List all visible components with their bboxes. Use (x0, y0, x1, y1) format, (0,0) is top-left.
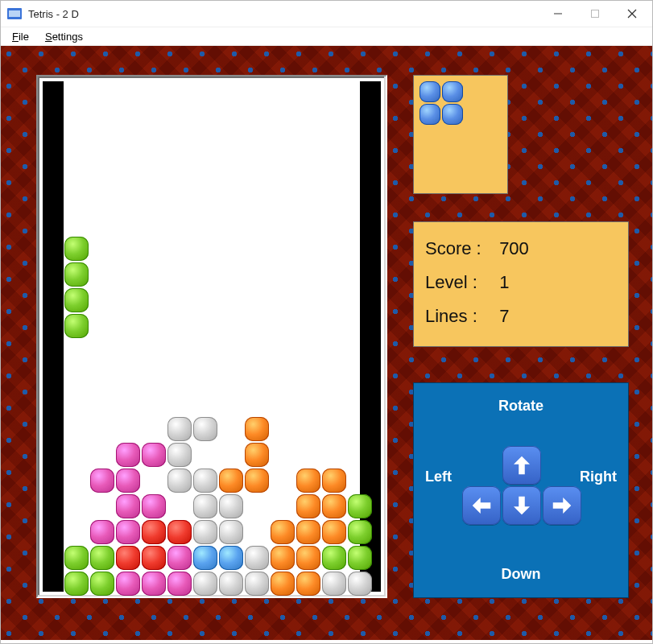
stack-block (89, 545, 115, 571)
stack-block (192, 545, 218, 571)
minimize-button[interactable] (539, 2, 577, 26)
stack-block (218, 519, 244, 545)
stat-level: Level : 1 (425, 266, 617, 299)
stack-block (167, 442, 192, 468)
stack-block (192, 493, 218, 519)
playfield-frame (36, 75, 387, 598)
falling-block (64, 287, 89, 313)
left-label: Left (425, 469, 452, 485)
falling-block (64, 313, 89, 339)
app-icon (7, 8, 22, 19)
stack-block (115, 468, 141, 493)
rotate-button[interactable] (502, 446, 541, 485)
stack-block (244, 416, 270, 442)
stack-block (218, 493, 244, 519)
lines-value: 7 (499, 306, 509, 326)
stack-block (89, 571, 115, 597)
menu-settings-rest: ettings (52, 31, 83, 43)
stack-block (270, 545, 296, 571)
stack-block (167, 416, 192, 442)
stack-block (192, 571, 218, 597)
menu-settings[interactable]: Settings (37, 29, 91, 44)
stack-block (244, 468, 270, 493)
stat-lines: Lines : 7 (425, 299, 617, 333)
svg-rect-1 (9, 10, 20, 17)
stack-block (115, 493, 141, 519)
next-block (419, 103, 441, 126)
stack-block (244, 571, 270, 597)
controls-panel: Rotate Left Right Down (413, 382, 629, 598)
stack-block (347, 519, 373, 545)
stack-block (115, 442, 141, 468)
stack-block (296, 519, 321, 545)
stack-block (115, 545, 141, 571)
stack-block (141, 545, 167, 571)
maximize-icon (590, 9, 600, 19)
stack-block (141, 519, 167, 545)
playfield[interactable] (43, 81, 381, 592)
arrow-right-icon (550, 493, 574, 518)
stack-block (141, 442, 167, 468)
level-value: 1 (499, 272, 509, 292)
stack-block (89, 519, 115, 545)
arrow-up-icon (510, 453, 534, 477)
right-button[interactable] (543, 486, 581, 525)
svg-rect-3 (592, 10, 599, 18)
rotate-label: Rotate (498, 398, 543, 415)
playfield-grid (64, 81, 360, 592)
stack-block (296, 571, 321, 597)
close-button[interactable] (614, 2, 651, 26)
stats-panel: Score : 700 Level : 1 Lines : 7 (413, 221, 629, 347)
playfield-wall-left (43, 81, 64, 592)
stack-block (64, 545, 89, 571)
falling-block (64, 236, 89, 262)
stack-block (192, 468, 218, 493)
stack-block (192, 519, 218, 545)
next-block (419, 80, 441, 103)
menu-file-rest: ile (19, 31, 29, 43)
stack-block (296, 545, 321, 571)
client-area: Score : 700 Level : 1 Lines : 7 Rotate L… (1, 46, 652, 643)
stack-block (270, 519, 296, 545)
stack-block (115, 571, 141, 597)
stack-block (192, 416, 218, 442)
bottom-strip (1, 640, 652, 643)
stack-block (167, 468, 192, 493)
stack-block (321, 545, 347, 571)
stack-block (167, 545, 192, 571)
maximize-button[interactable] (577, 2, 614, 26)
close-icon (627, 9, 637, 19)
right-label: Right (580, 469, 617, 485)
stack-block (244, 442, 270, 468)
level-label: Level : (425, 266, 494, 299)
stack-block (141, 571, 167, 597)
stat-score: Score : 700 (425, 232, 617, 266)
arrow-down-icon (510, 493, 534, 518)
falling-block (64, 262, 89, 287)
score-value: 700 (499, 238, 529, 258)
stack-block (321, 519, 347, 545)
menu-file[interactable]: File (4, 29, 37, 44)
stack-block (321, 468, 347, 493)
stack-block (141, 493, 167, 519)
stack-block (270, 571, 296, 597)
arrow-left-icon (469, 493, 494, 518)
stack-block (218, 571, 244, 597)
next-block (441, 80, 464, 103)
stack-block (347, 493, 373, 519)
left-button[interactable] (462, 486, 501, 525)
stack-block (64, 571, 89, 597)
stack-block (296, 468, 321, 493)
next-block (441, 103, 464, 126)
stack-block (167, 571, 192, 597)
next-piece-panel (413, 75, 508, 194)
stack-block (167, 519, 192, 545)
stack-block (347, 571, 373, 597)
stack-block (347, 545, 373, 571)
app-window: Tetris - 2 D File Settings Score : 700 L… (0, 0, 653, 644)
down-label: Down (502, 566, 541, 583)
menubar: File Settings (1, 27, 652, 46)
down-button[interactable] (502, 486, 541, 525)
stack-block (218, 468, 244, 493)
minimize-icon (553, 9, 563, 19)
